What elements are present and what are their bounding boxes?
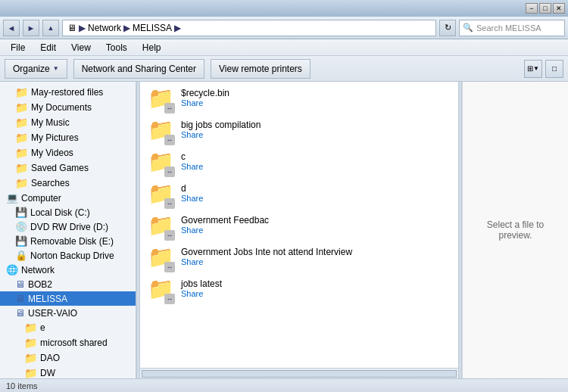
sidebar-item-label: My Music bbox=[31, 117, 70, 128]
menu-tools[interactable]: Tools bbox=[100, 41, 133, 54]
file-details: jobs latest Share bbox=[181, 278, 451, 298]
path-network: Network bbox=[88, 23, 121, 33]
sidebar-item-melissa[interactable]: 🖥 MELISSA bbox=[0, 291, 136, 306]
file-share-label[interactable]: Share bbox=[181, 226, 451, 235]
menu-bar: File Edit View Tools Help bbox=[0, 39, 568, 56]
close-button[interactable]: ✕ bbox=[553, 3, 565, 14]
sidebar-item-label: USER-VAIO bbox=[28, 308, 77, 319]
sidebar-item-microsoft-shared[interactable]: 📁 microsoft shared bbox=[0, 335, 136, 350]
sidebar-item-saved-games[interactable]: 📁 Saved Games bbox=[0, 160, 136, 176]
pc-icon: 🖥 bbox=[15, 307, 25, 319]
sidebar-item-dao[interactable]: 📁 DAO bbox=[0, 350, 136, 366]
file-name: c bbox=[181, 151, 451, 162]
list-item[interactable]: 📁 ↔ big jobs compilation Share bbox=[143, 117, 455, 148]
refresh-button[interactable]: ↻ bbox=[439, 20, 456, 36]
horizontal-scrollbar-thumb[interactable] bbox=[142, 370, 457, 378]
file-name: Government Feedbac bbox=[181, 215, 451, 226]
back-icon: ◄ bbox=[8, 23, 16, 33]
sidebar-item-my-pictures[interactable]: 📁 My Pictures bbox=[0, 130, 136, 145]
search-placeholder: Search MELISSA bbox=[476, 23, 541, 33]
up-button[interactable]: ▲ bbox=[42, 20, 59, 36]
menu-edit[interactable]: Edit bbox=[34, 41, 62, 54]
toolbar-right: ⊞ ▼ □ bbox=[524, 60, 563, 78]
sidebar-item-my-music[interactable]: 📁 My Music bbox=[0, 115, 136, 130]
dvd-icon: 💿 bbox=[15, 221, 27, 232]
horizontal-scrollbar[interactable] bbox=[140, 368, 458, 378]
file-share-label[interactable]: Share bbox=[181, 162, 451, 171]
file-details: Government Jobs Inte not attend Intervie… bbox=[181, 247, 451, 266]
search-icon: 🔍 bbox=[463, 23, 473, 33]
sidebar-item-local-disk[interactable]: 💾 Local Disk (C:) bbox=[0, 205, 136, 219]
preview-pane-button[interactable]: □ bbox=[545, 60, 563, 78]
menu-help[interactable]: Help bbox=[136, 41, 167, 54]
file-share-label[interactable]: Share bbox=[181, 130, 451, 139]
folder-icon: 📁 bbox=[15, 101, 28, 114]
file-icon-wrapper: 📁 ↔ bbox=[148, 278, 175, 304]
status-bar: 10 items bbox=[0, 378, 568, 392]
backup-drive-icon: 🔒 bbox=[15, 250, 27, 261]
sidebar-item-label: Searches bbox=[31, 178, 70, 188]
list-item[interactable]: 📁 ↔ Government Jobs Inte not attend Inte… bbox=[143, 244, 455, 275]
path-melissa: MELISSA bbox=[133, 23, 172, 33]
sidebar-item-dvd[interactable]: 💿 DVD RW Drive (D:) bbox=[0, 219, 136, 234]
sidebar-item-label: Computer bbox=[21, 193, 61, 204]
view-remote-button[interactable]: View remote printers bbox=[211, 59, 311, 79]
sidebar-item-bob2[interactable]: 🖥 BOB2 bbox=[0, 277, 136, 291]
share-badge: ↔ bbox=[164, 262, 175, 272]
sidebar-item-removable[interactable]: 💾 Removable Disk (E:) bbox=[0, 234, 136, 248]
address-path[interactable]: 🖥 ▶ Network ▶ MELISSA ▶ bbox=[62, 20, 436, 36]
pc-icon: 🖥 bbox=[15, 293, 25, 304]
file-share-label[interactable]: Share bbox=[181, 98, 451, 107]
main-content: 📁 May-restored files 📁 My Documents 📁 My… bbox=[0, 82, 568, 378]
sidebar-item-label: BOB2 bbox=[28, 279, 52, 290]
file-name: Government Jobs Inte not attend Intervie… bbox=[181, 247, 451, 257]
preview-icon: □ bbox=[552, 64, 557, 73]
share-badge: ↔ bbox=[164, 294, 175, 304]
sidebar-item-norton-backup[interactable]: 🔒 Norton Backup Drive bbox=[0, 248, 136, 263]
views-button[interactable]: ⊞ ▼ bbox=[524, 60, 542, 78]
network-sharing-button[interactable]: Network and Sharing Center bbox=[73, 59, 204, 79]
minimize-button[interactable]: − bbox=[526, 3, 538, 14]
sidebar-item-may-restored[interactable]: 📁 May-restored files bbox=[0, 85, 136, 100]
file-share-label[interactable]: Share bbox=[181, 289, 451, 298]
folder-icon: 📁 bbox=[15, 132, 28, 144]
sidebar-item-searches[interactable]: 📁 Searches bbox=[0, 176, 136, 191]
menu-file[interactable]: File bbox=[5, 41, 31, 54]
search-box[interactable]: 🔍 Search MELISSA bbox=[459, 20, 565, 36]
list-item[interactable]: 📁 ↔ jobs latest Share bbox=[143, 275, 455, 307]
maximize-button[interactable]: □ bbox=[539, 3, 551, 14]
list-item[interactable]: 📁 ↔ d Share bbox=[143, 180, 455, 212]
file-icon-wrapper: 📁 ↔ bbox=[148, 120, 175, 145]
list-item[interactable]: 📁 ↔ $recycle.bin Share bbox=[143, 85, 455, 117]
sidebar-item-my-videos[interactable]: 📁 My Videos bbox=[0, 145, 136, 160]
file-share-label[interactable]: Share bbox=[181, 257, 451, 266]
sidebar-item-user-vaio[interactable]: 🖥 USER-VAIO bbox=[0, 306, 136, 320]
sidebar-item-label: DAO bbox=[40, 353, 60, 363]
file-details: d Share bbox=[181, 183, 451, 203]
back-button[interactable]: ◄ bbox=[3, 20, 20, 36]
sidebar-item-my-documents[interactable]: 📁 My Documents bbox=[0, 100, 136, 115]
sidebar-item-label: Norton Backup Drive bbox=[30, 250, 114, 261]
folder-icon: 📁 bbox=[24, 367, 37, 378]
list-item[interactable]: 📁 ↔ Government Feedbac Share bbox=[143, 212, 455, 244]
list-item[interactable]: 📁 ↔ c Share bbox=[143, 148, 455, 180]
forward-button[interactable]: ► bbox=[23, 20, 39, 36]
sidebar-item-label: e bbox=[40, 322, 45, 333]
nav-pane: 📁 May-restored files 📁 My Documents 📁 My… bbox=[0, 82, 136, 378]
preview-text: Select a file to preview. bbox=[470, 219, 560, 241]
sidebar-item-dw[interactable]: 📁 DW bbox=[0, 366, 136, 378]
organize-button[interactable]: Organize ▼ bbox=[5, 59, 67, 79]
sidebar-item-label: Removable Disk (E:) bbox=[30, 236, 114, 247]
file-share-label[interactable]: Share bbox=[181, 194, 451, 203]
sidebar-item-computer[interactable]: 💻 Computer bbox=[0, 191, 136, 205]
file-name: jobs latest bbox=[181, 278, 451, 289]
sidebar-item-label: My Videos bbox=[31, 148, 73, 158]
folder-icon: 📁 bbox=[15, 117, 28, 129]
sidebar-item-e[interactable]: 📁 e bbox=[0, 320, 136, 335]
menu-view[interactable]: View bbox=[65, 41, 97, 54]
sidebar-item-network[interactable]: 🌐 Network bbox=[0, 263, 136, 277]
folder-icon: 📁 bbox=[24, 337, 37, 349]
forward-icon: ► bbox=[27, 23, 36, 33]
title-bar-buttons: − □ ✕ bbox=[526, 3, 565, 14]
folder-icon: 📁 bbox=[24, 322, 37, 334]
